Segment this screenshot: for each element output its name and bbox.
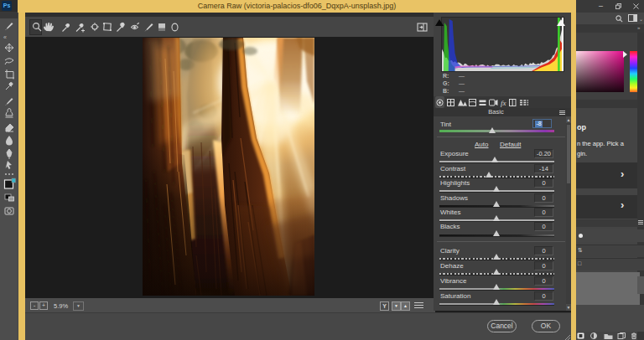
svg-text:fx: fx [501, 99, 506, 107]
